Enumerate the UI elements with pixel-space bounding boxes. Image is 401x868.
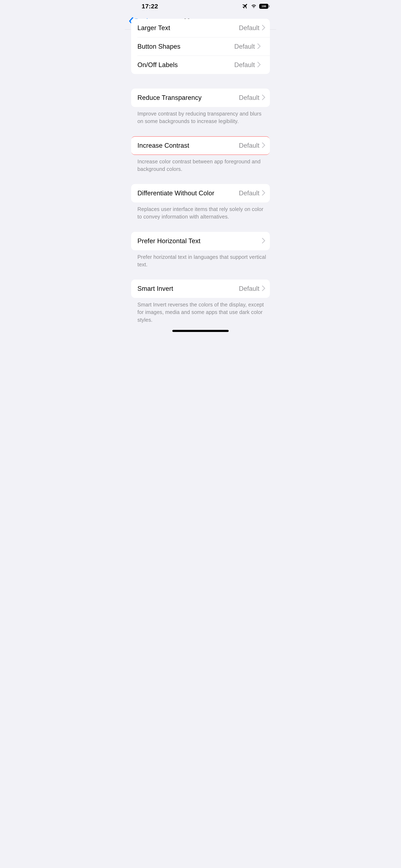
row-label: Reduce Transparency xyxy=(137,94,202,101)
status-indicators: 100 xyxy=(241,3,270,10)
row-button-shapes[interactable]: Button Shapes Default xyxy=(137,37,270,56)
settings-scroll[interactable]: Larger Text Default Button Shapes Defaul… xyxy=(125,30,276,335)
row-value: Default xyxy=(239,142,259,149)
group-smart-invert: Smart Invert Default xyxy=(131,280,270,298)
group-differentiate-without-color: Differentiate Without Color Default xyxy=(131,184,270,203)
chevron-right-icon xyxy=(262,95,265,101)
airplane-mode-icon xyxy=(241,3,249,10)
chevron-right-icon xyxy=(257,43,261,50)
group-increase-contrast: Increase Contrast Default xyxy=(131,136,270,155)
footer-smart-invert: Smart Invert reverses the colors of the … xyxy=(125,298,276,323)
svg-rect-1 xyxy=(269,5,270,7)
chevron-right-icon xyxy=(262,286,265,292)
chevron-right-icon xyxy=(262,238,265,244)
chevron-right-icon xyxy=(262,25,265,31)
footer-increase-contrast: Increase color contrast between app fore… xyxy=(125,155,276,173)
row-label: Button Shapes xyxy=(137,43,181,50)
row-reduce-transparency[interactable]: Reduce Transparency Default xyxy=(131,89,270,107)
row-value: Default xyxy=(234,61,255,69)
row-label: Prefer Horizontal Text xyxy=(137,237,201,245)
row-smart-invert[interactable]: Smart Invert Default xyxy=(131,280,270,298)
battery-percent-text: 100 xyxy=(261,5,266,8)
wifi-icon xyxy=(251,3,257,9)
row-differentiate-without-color[interactable]: Differentiate Without Color Default xyxy=(131,184,270,203)
row-value: Default xyxy=(234,43,255,50)
row-value: Default xyxy=(239,285,259,292)
row-prefer-horizontal-text[interactable]: Prefer Horizontal Text xyxy=(131,232,270,250)
footer-reduce-transparency: Improve contrast by reducing transparenc… xyxy=(125,107,276,125)
row-label: On/Off Labels xyxy=(137,61,178,69)
battery-icon: 100 xyxy=(259,4,270,9)
chevron-right-icon xyxy=(257,62,261,68)
row-label: Smart Invert xyxy=(137,285,173,292)
row-value: Default xyxy=(239,94,259,101)
row-value: Default xyxy=(239,24,259,32)
home-indicator[interactable] xyxy=(172,330,229,332)
row-label: Differentiate Without Color xyxy=(137,189,214,197)
chevron-right-icon xyxy=(262,190,265,196)
row-value: Default xyxy=(239,189,259,197)
group-text-display: Larger Text Default Button Shapes Defaul… xyxy=(131,19,270,74)
group-reduce-transparency: Reduce Transparency Default xyxy=(131,89,270,107)
row-label: Increase Contrast xyxy=(137,142,189,149)
chevron-right-icon xyxy=(262,143,265,149)
row-larger-text[interactable]: Larger Text Default xyxy=(131,19,270,37)
device-frame: 17:22 100 Back Messages xyxy=(125,0,276,335)
status-time: 17:22 xyxy=(142,3,158,10)
footer-differentiate-without-color: Replaces user interface items that rely … xyxy=(125,203,276,221)
row-label: Larger Text xyxy=(137,24,170,32)
group-prefer-horizontal-text: Prefer Horizontal Text xyxy=(131,232,270,250)
footer-prefer-horizontal-text: Prefer horizontal text in languages that… xyxy=(125,250,276,269)
row-increase-contrast[interactable]: Increase Contrast Default xyxy=(131,136,270,155)
status-bar: 17:22 100 xyxy=(125,0,276,12)
row-on-off-labels[interactable]: On/Off Labels Default xyxy=(137,56,270,74)
